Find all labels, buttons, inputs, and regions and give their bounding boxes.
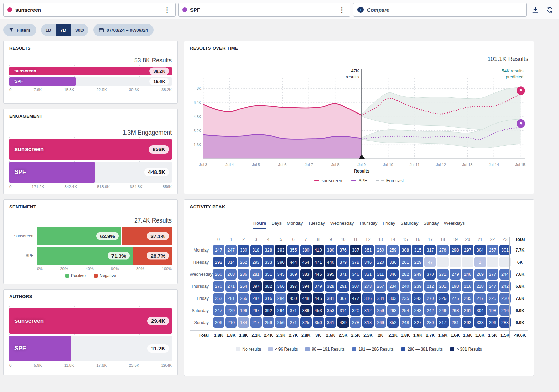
tab-hours[interactable]: Hours xyxy=(253,220,266,229)
engagement-bar-chart: sunscreen856KSPF448.5K0171.2K342.4K513.6… xyxy=(9,139,172,189)
heatmap-cell: 275 xyxy=(450,293,461,304)
legend-label: No results xyxy=(242,347,261,352)
heatmap-cell: 387 xyxy=(350,245,361,255)
filters-button[interactable]: Filters xyxy=(3,24,36,36)
column-total: 2.3K xyxy=(275,333,286,338)
hour-header: 15 xyxy=(400,237,411,243)
activity-heatmap: 01234567891011121314151617181920212223To… xyxy=(190,237,528,338)
tab-sunday[interactable]: Sunday xyxy=(424,220,439,229)
results-over-time-panel: RESULTS OVER TIME 101.1K Results 8K6.4K4… xyxy=(184,41,534,194)
query-box-spf[interactable]: SPF ⋮ xyxy=(178,3,351,17)
tab-friday[interactable]: Friday xyxy=(383,220,395,229)
tab-tuesday[interactable]: Tuesday xyxy=(308,220,325,229)
panel-title: RESULTS OVER TIME xyxy=(190,46,528,51)
heatmap-cell: 286 xyxy=(238,269,249,280)
panel-title: AUTHORS xyxy=(9,294,172,299)
range-1d[interactable]: 1D xyxy=(41,24,56,36)
heatmap-cell: 317 xyxy=(437,317,448,328)
heatmap-cell: 325 xyxy=(300,317,312,328)
sentiment-row-label: SPF xyxy=(9,253,37,258)
axis-tick: 60% xyxy=(111,267,119,271)
svg-text:Jul 7: Jul 7 xyxy=(305,163,313,167)
bar-label: SPF xyxy=(14,79,23,84)
legend-item[interactable]: Positive xyxy=(65,273,86,278)
query-color-dot xyxy=(7,7,12,12)
range-30d[interactable]: 30D xyxy=(71,24,88,36)
flag-icon: ⚑ xyxy=(519,88,523,93)
legend-item[interactable]: Negative xyxy=(94,273,116,278)
kebab-menu-icon[interactable]: ⋮ xyxy=(337,7,346,13)
calendar-icon xyxy=(99,28,104,33)
heatmap-cell: 259 xyxy=(263,317,274,328)
svg-text:Jul 4: Jul 4 xyxy=(226,163,234,167)
heatmap-cell: 249 xyxy=(437,305,448,316)
heatmap-cell: 247 xyxy=(213,245,224,255)
kebab-menu-icon[interactable]: ⋮ xyxy=(163,7,172,13)
sentiment-value-badge: 71.3% xyxy=(108,252,130,260)
date-range-picker[interactable]: 07/03/24 – 07/09/24 xyxy=(93,24,154,36)
refresh-icon[interactable] xyxy=(544,4,556,16)
column-total: 2.4K xyxy=(263,333,274,338)
heatmap-cell: 229 xyxy=(225,305,237,316)
heatmap-cell: 352 xyxy=(387,317,399,328)
heatmap-cell: 279 xyxy=(450,269,461,280)
heatmap-cell: 184 xyxy=(238,317,249,328)
heatmap-cell: 303 xyxy=(387,293,399,304)
query-label: sunscreen xyxy=(15,7,159,13)
tab-weekdays[interactable]: Weekdays xyxy=(444,220,465,229)
results-panel: RESULTS 53.8K Results sunscreen38.2KSPF1… xyxy=(3,41,178,104)
heatmap-cell: 294 xyxy=(275,305,286,316)
heatmap-cell: 320 xyxy=(350,305,361,316)
heatmap-cell: 444 xyxy=(287,257,299,267)
legend-label: > 381 Results xyxy=(457,347,482,352)
download-icon[interactable] xyxy=(529,4,541,16)
tab-thursday[interactable]: Thursday xyxy=(359,220,377,229)
svg-text:1.6K: 1.6K xyxy=(194,143,202,147)
heatmap-cell: 201 xyxy=(437,281,448,292)
svg-text:predicted: predicted xyxy=(506,74,524,79)
legend-item-spf[interactable]: SPF xyxy=(351,178,367,183)
row-total: 6K xyxy=(512,260,528,265)
heatmap-cell: 450 xyxy=(287,293,299,304)
column-total: 2K xyxy=(375,333,386,338)
tab-saturday[interactable]: Saturday xyxy=(400,220,418,229)
heatmap-cell xyxy=(462,257,473,267)
axis-tick: 513.6K xyxy=(97,185,109,189)
column-total: 1.8K xyxy=(238,333,249,338)
heatmap-cell: 367 xyxy=(337,293,349,304)
results-over-time-chart[interactable]: 8K6.4K4.8K3.2K1.6K47Kresults54K resultsp… xyxy=(190,63,528,178)
heatmap-cell: 292 xyxy=(462,317,473,328)
row-total: 6.9K xyxy=(512,320,528,325)
svg-text:4.8K: 4.8K xyxy=(194,115,202,119)
compare-button[interactable]: + Compare xyxy=(353,3,527,17)
bars-area: sunscreen856KSPF448.5K xyxy=(9,139,172,183)
heatmap-cell: 196 xyxy=(238,305,249,316)
legend-item-sunscreen[interactable]: sunscreen xyxy=(314,178,342,183)
query-label: SPF xyxy=(190,7,334,13)
query-box-sunscreen[interactable]: sunscreen ⋮ xyxy=(3,3,176,17)
heatmap-cell: 282 xyxy=(400,269,411,280)
legend-label: Negative xyxy=(100,273,116,278)
column-total: 1.6K xyxy=(437,333,448,338)
tab-days[interactable]: Days xyxy=(271,220,282,229)
heatmap-cell: 287 xyxy=(250,293,262,304)
hour-header: 17 xyxy=(424,237,436,243)
heatmap-cell: 351 xyxy=(263,269,274,280)
tab-monday[interactable]: Monday xyxy=(287,220,303,229)
heatmap-cell: 240 xyxy=(400,281,411,292)
heatmap-cell: 264 xyxy=(238,281,249,292)
heatmap-cell xyxy=(437,257,448,267)
column-total: 2.6K xyxy=(325,333,336,338)
legend-item-forecast[interactable]: Forecast xyxy=(376,178,404,183)
axis-tick: 0 xyxy=(9,363,11,368)
tab-wednesday[interactable]: Wednesday xyxy=(330,220,354,229)
activity-peak-panel: ACTIVITY PEAK HoursDaysMondayTuesdayWedn… xyxy=(184,199,534,376)
heatmap-cell: 296 xyxy=(487,317,498,328)
heatmap-cell: 453 xyxy=(313,305,324,316)
heatmap-cell: 397 xyxy=(287,281,299,292)
range-7d[interactable]: 7D xyxy=(56,24,71,36)
heatmap-cell: 246 xyxy=(462,269,473,280)
heatmap-cell: 318 xyxy=(250,245,262,255)
heatmap-cell: 212 xyxy=(424,281,436,292)
heatmap-cell: 392 xyxy=(263,305,274,316)
